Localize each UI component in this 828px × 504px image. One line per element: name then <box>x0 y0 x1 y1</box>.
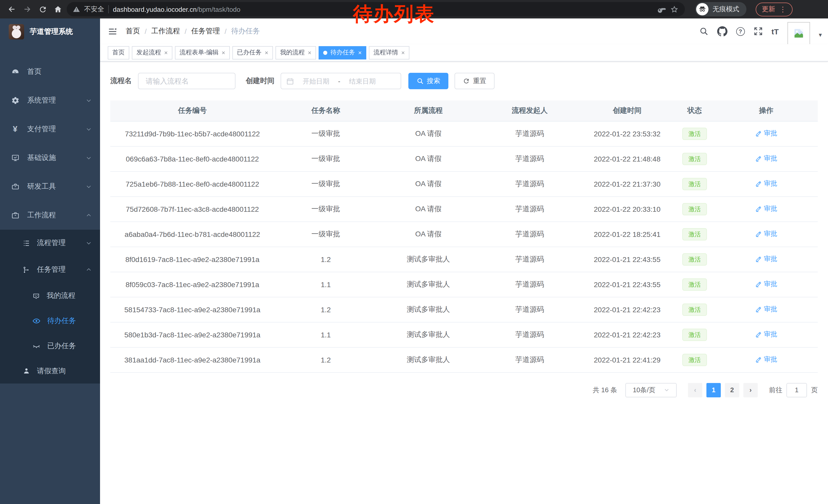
sidebar-item-payment[interactable]: ¥ 支付管理 <box>0 115 100 144</box>
tab-home[interactable]: 首页 <box>108 46 129 59</box>
reload-button[interactable] <box>36 3 49 16</box>
sidebar-item-done-tasks[interactable]: 已办任务 <box>0 333 100 358</box>
cell-create-time: 2022-01-22 18:25:41 <box>580 222 675 246</box>
approve-link[interactable]: 审批 <box>755 154 777 163</box>
col-create-time: 创建时间 <box>580 100 675 121</box>
status-badge: 激活 <box>682 228 707 240</box>
github-icon[interactable] <box>717 26 728 36</box>
goto-label: 前往 <box>769 385 782 395</box>
status-badge: 激活 <box>682 328 707 341</box>
font-size-icon[interactable]: tT <box>772 27 779 36</box>
search-button[interactable]: 搜索 <box>408 73 448 89</box>
approve-link[interactable]: 审批 <box>755 330 777 339</box>
cell-task-name: 一级审批 <box>275 121 377 146</box>
sidebar-item-leave-query[interactable]: 请假查询 <box>0 358 100 383</box>
sidebar-item-label: 我的流程 <box>47 291 75 300</box>
tab-todo-tasks[interactable]: 待办任务× <box>319 46 366 59</box>
tab-start-process[interactable]: 发起流程× <box>132 46 172 59</box>
sidebar-item-system[interactable]: 系统管理 <box>0 86 100 115</box>
face-icon <box>32 292 40 300</box>
breadcrumb-item-workflow[interactable]: 工作流程 <box>151 27 180 36</box>
tab-process-detail[interactable]: 流程详情× <box>369 46 409 59</box>
bookmark-star-icon[interactable] <box>670 5 679 13</box>
approve-link[interactable]: 审批 <box>755 355 777 364</box>
page-button-2[interactable]: 2 <box>725 383 739 397</box>
next-page-button[interactable]: › <box>743 383 758 397</box>
table-header-row: 任务编号 任务名称 所属流程 流程发起人 创建时间 状态 操作 <box>110 100 818 121</box>
sidebar-item-label: 待办任务 <box>47 316 76 325</box>
eye-closed-icon <box>32 342 41 350</box>
yen-icon: ¥ <box>11 125 19 133</box>
cell-process: 测试多审批人 <box>377 272 480 297</box>
home-button[interactable] <box>51 3 65 16</box>
tab-my-process[interactable]: 我的流程× <box>276 46 316 59</box>
close-icon[interactable]: × <box>222 49 225 56</box>
sidebar-item-label: 系统管理 <box>27 96 56 105</box>
help-icon[interactable]: ? <box>736 27 745 36</box>
tab-process-form-edit[interactable]: 流程表单-编辑× <box>175 46 230 59</box>
back-button[interactable] <box>5 3 18 16</box>
sidebar-item-my-process[interactable]: 我的流程 <box>0 283 100 308</box>
cell-process: OA 请假 <box>377 196 480 222</box>
close-icon[interactable]: × <box>358 49 362 56</box>
table-row: 580e1b3d-7ac8-11ec-a9e2-a2380e71991a1.1测… <box>110 322 818 347</box>
chevron-down-icon <box>86 155 92 161</box>
password-key-icon[interactable] <box>657 5 666 13</box>
approve-link[interactable]: 审批 <box>755 129 777 138</box>
tab-label: 待办任务 <box>330 48 355 57</box>
table-row: 75d72608-7b7f-11ec-a3c8-acde48001122一级审批… <box>110 196 818 222</box>
sidebar-item-home[interactable]: 首页 <box>0 57 100 86</box>
page-button-1[interactable]: 1 <box>706 383 721 397</box>
cell-status: 激活 <box>675 272 715 297</box>
breadcrumb-separator: / <box>185 27 187 35</box>
fullscreen-icon[interactable] <box>754 27 763 36</box>
cell-actions: 审批 <box>715 246 818 272</box>
sidebar-collapse-button[interactable] <box>108 27 118 36</box>
date-range-picker[interactable]: - <box>281 73 401 89</box>
sidebar-item-label: 流程管理 <box>37 238 66 248</box>
prev-page-button[interactable]: ‹ <box>688 383 702 397</box>
cell-create-time: 2022-01-22 21:48:48 <box>580 146 675 171</box>
page-size-select[interactable]: 10条/页 <box>625 383 677 397</box>
app-logo-row[interactable]: 芋道管理系统 <box>0 18 100 45</box>
forward-button[interactable] <box>20 3 34 16</box>
approve-link[interactable]: 审批 <box>755 179 777 188</box>
breadcrumb-item-home[interactable]: 首页 <box>126 27 140 36</box>
edit-pen-icon <box>755 356 762 363</box>
cell-create-time: 2022-01-22 23:53:32 <box>580 121 675 146</box>
goto-page-input[interactable] <box>786 383 807 397</box>
chrome-update-button[interactable]: 更新 ⋮ <box>756 2 793 16</box>
tab-done-tasks[interactable]: 已办任务× <box>233 46 273 59</box>
close-icon[interactable]: × <box>401 49 405 56</box>
close-icon[interactable]: × <box>308 49 312 56</box>
process-name-input[interactable] <box>138 73 236 89</box>
approve-link[interactable]: 审批 <box>755 280 777 289</box>
breadcrumb-item-task-management[interactable]: 任务管理 <box>191 27 220 36</box>
sidebar-item-devtools[interactable]: 研发工具 <box>0 172 100 201</box>
end-date-input[interactable] <box>343 77 381 85</box>
sidebar-item-workflow[interactable]: 工作流程 <box>0 201 100 230</box>
start-date-input[interactable] <box>297 77 335 85</box>
process-name-label: 流程名 <box>110 77 132 86</box>
cell-process: 测试多审批人 <box>377 347 480 372</box>
toolbox-icon <box>11 183 19 191</box>
sidebar-item-process-management[interactable]: 流程管理 <box>0 230 100 256</box>
sidebar-item-todo-tasks[interactable]: 待办任务 <box>0 308 100 333</box>
reset-button[interactable]: 重置 <box>455 73 495 89</box>
approve-link[interactable]: 审批 <box>755 229 777 239</box>
avatar[interactable] <box>787 22 810 45</box>
approve-link[interactable]: 审批 <box>755 305 777 314</box>
sidebar-item-task-management[interactable]: 任务管理 <box>0 256 100 283</box>
cell-task-name: 1.2 <box>275 246 377 272</box>
search-icon[interactable] <box>699 27 708 36</box>
sidebar-item-label: 已办任务 <box>47 341 76 351</box>
close-icon[interactable]: × <box>164 49 168 56</box>
cell-actions: 审批 <box>715 146 818 171</box>
approve-link[interactable]: 审批 <box>755 255 777 264</box>
sidebar-item-infrastructure[interactable]: 基础设施 <box>0 144 100 172</box>
avatar-caret-icon[interactable]: ▾ <box>819 31 822 39</box>
approve-link[interactable]: 审批 <box>755 204 777 214</box>
close-icon[interactable]: × <box>265 49 268 56</box>
edit-pen-icon <box>755 130 762 137</box>
browser-menu-icon[interactable]: ⋮ <box>779 6 786 13</box>
